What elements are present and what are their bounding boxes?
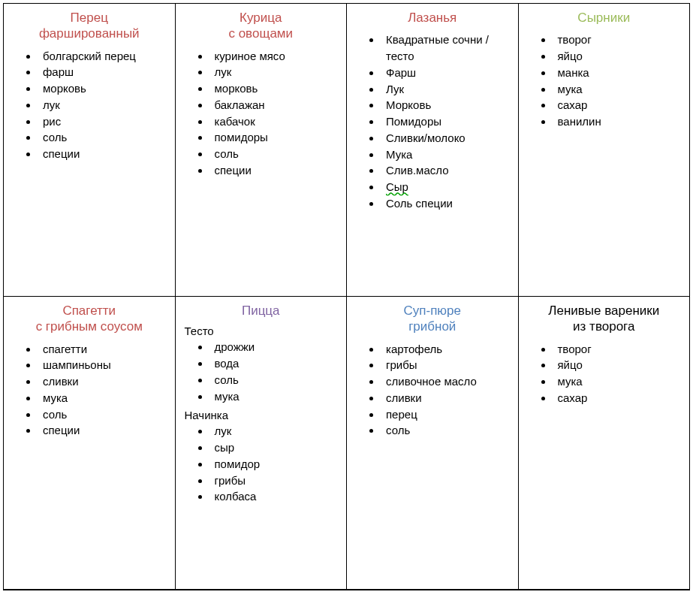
ingredient-item: соль xyxy=(38,129,169,146)
ingredient-item: яйцо xyxy=(553,48,684,65)
ingredient-item: куриное мясо xyxy=(210,48,341,65)
recipe-title: Лазанья xyxy=(353,10,512,26)
recipe-card: Суп-пюре грибнойкартофельгрибысливочное … xyxy=(347,297,519,590)
ingredient-item: соль xyxy=(381,422,512,439)
ingredient-item: картофель xyxy=(381,341,512,358)
ingredient-list: куриное мясолукморковьбаклажанкабачокпом… xyxy=(182,48,341,179)
recipe-card: Сырникитворогяйцоманкамукасахарванилин xyxy=(518,4,690,297)
recipe-title: Спагетти с грибным соусом xyxy=(10,303,169,335)
ingredient-item: лук xyxy=(210,64,341,80)
ingredient-item: рис xyxy=(38,113,169,130)
ingredient-item: мука xyxy=(38,390,169,406)
ingredient-item: соль xyxy=(38,406,169,423)
ingredient-item: Сыр xyxy=(381,179,512,195)
recipe-card: Курица с овощамикуриное мясолукморковьба… xyxy=(175,4,347,297)
ingredient-item: болгарский перец xyxy=(38,48,169,65)
ingredient-item: фарш xyxy=(38,64,169,80)
section-heading: Тесто xyxy=(185,325,341,337)
ingredient-item: специи xyxy=(38,422,169,439)
ingredient-item: мука xyxy=(553,81,684,98)
ingredient-item: Квадратные сочни /тесто xyxy=(381,32,512,65)
ingredient-item: лук xyxy=(210,423,341,439)
ingredient-list: картофельгрибысливочное маслосливкиперец… xyxy=(353,341,512,439)
ingredient-list: Квадратные сочни /тестоФаршЛукМорковьПом… xyxy=(353,32,512,211)
recipe-title: Ленивые вареники из творога xyxy=(525,303,684,335)
ingredient-item: творог xyxy=(553,341,684,358)
recipe-title: Перец фаршированный xyxy=(10,10,169,42)
spellcheck-squiggle: Сыр xyxy=(386,180,408,193)
ingredient-item: Помидоры xyxy=(381,113,512,130)
ingredient-item: сыр xyxy=(210,439,341,456)
ingredient-item: спагетти xyxy=(38,341,169,358)
ingredient-item: сливки xyxy=(381,390,512,406)
recipe-card: ЛазаньяКвадратные сочни /тестоФаршЛукМор… xyxy=(347,4,519,297)
ingredient-list: луксырпомидоргрибыколбаса xyxy=(182,423,341,505)
ingredient-item: шампиньоны xyxy=(38,357,169,373)
ingredient-item: грибы xyxy=(210,473,341,489)
recipe-card: Спагетти с грибным соусомспагеттишампинь… xyxy=(4,297,176,590)
ingredient-item: творог xyxy=(553,32,684,48)
ingredient-item: баклажан xyxy=(210,97,341,113)
ingredient-item: морковь xyxy=(38,80,169,97)
ingredient-item: яйцо xyxy=(553,357,684,373)
ingredient-item: ванилин xyxy=(553,113,684,130)
ingredient-item: мука xyxy=(553,373,684,390)
ingredient-item: Соль специи xyxy=(381,195,512,212)
ingredient-list: болгарский перецфаршморковьлукриссольспе… xyxy=(10,48,169,162)
ingredient-item: Фарш xyxy=(381,65,512,81)
ingredient-item: сахар xyxy=(553,390,684,406)
ingredient-item: дрожжи xyxy=(210,339,341,355)
ingredient-item: Слив.масло xyxy=(381,162,512,179)
recipe-card: Перец фаршированныйболгарский перецфаршм… xyxy=(4,4,176,297)
recipe-title: Суп-пюре грибной xyxy=(353,303,512,335)
ingredient-item: кабачок xyxy=(210,113,341,130)
ingredient-item: помидоры xyxy=(210,129,341,146)
recipe-cards-page: Перец фаршированныйболгарский перецфаршм… xyxy=(0,0,693,596)
ingredient-item: морковь xyxy=(210,80,341,97)
ingredient-item: специи xyxy=(38,146,169,162)
recipe-title: Сырники xyxy=(525,10,684,26)
table-row: Спагетти с грибным соусомспагеттишампинь… xyxy=(4,297,690,590)
ingredient-item: соль xyxy=(210,372,341,388)
ingredient-list: творогяйцомукасахар xyxy=(525,341,684,406)
table-row: Перец фаршированныйболгарский перецфаршм… xyxy=(4,4,690,297)
ingredient-list: творогяйцоманкамукасахарванилин xyxy=(525,32,684,130)
recipe-card: Ленивые вареники из творогатворогяйцомук… xyxy=(518,297,690,590)
ingredient-item: соль xyxy=(210,146,341,162)
ingredient-item: специи xyxy=(210,162,341,179)
ingredient-item: сливки xyxy=(38,373,169,390)
section-heading: Начинка xyxy=(185,409,341,421)
ingredient-item: Морковь xyxy=(381,97,512,113)
ingredient-item: перец xyxy=(381,406,512,423)
recipe-title: Курица с овощами xyxy=(182,10,341,42)
ingredient-list: дрожживодасольмука xyxy=(182,339,341,404)
ingredient-item: Лук xyxy=(381,81,512,98)
ingredient-item: сливочное масло xyxy=(381,373,512,390)
ingredient-list: спагеттишампиньонысливкимукасольспеции xyxy=(10,341,169,439)
recipe-title: Пицца xyxy=(182,303,341,319)
ingredient-item: Сливки/молоко xyxy=(381,130,512,146)
ingredient-item: колбаса xyxy=(210,488,341,505)
ingredient-item: сахар xyxy=(553,97,684,113)
ingredient-item: грибы xyxy=(381,357,512,373)
recipe-card: ПиццаТестодрожживодасольмукаНачинкалуксы… xyxy=(175,297,347,590)
recipe-table: Перец фаршированныйболгарский перецфаршм… xyxy=(3,3,690,590)
ingredient-item: мука xyxy=(210,388,341,405)
page-bottom-rule xyxy=(3,590,690,590)
ingredient-item: лук xyxy=(38,97,169,113)
ingredient-item: вода xyxy=(210,355,341,372)
ingredient-item: Мука xyxy=(381,146,512,163)
ingredient-item: помидор xyxy=(210,456,341,473)
ingredient-item: манка xyxy=(553,65,684,81)
